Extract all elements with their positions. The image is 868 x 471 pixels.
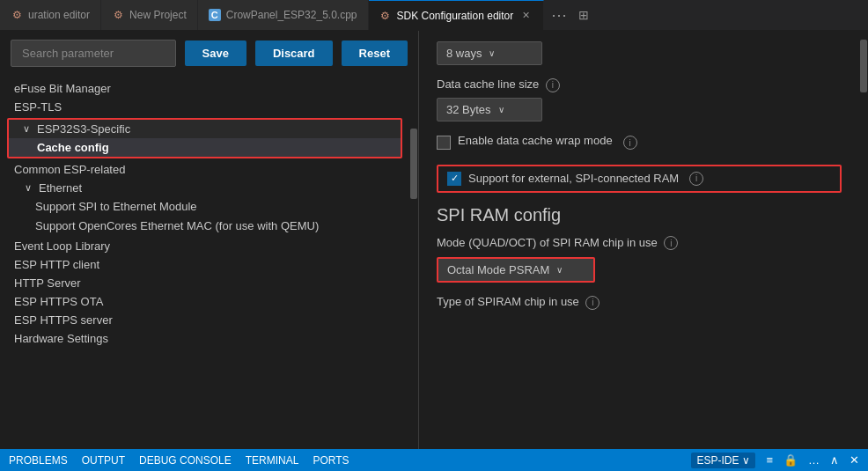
support-spi-ram-row: ✓ Support for external, SPI-connected RA… — [437, 165, 842, 193]
config-editor-prev-icon: ⚙ — [11, 9, 23, 21]
tab-bar: ⚙ uration editor ⚙ New Project C CrowPan… — [0, 0, 868, 31]
mode-label: Mode (QUAD/OCT) of SPI RAM chip in use i — [437, 236, 842, 251]
nav-item-hardware-settings-label: Hardware Settings — [14, 332, 399, 345]
nav-item-event-loop-label: Event Loop Library — [14, 239, 399, 253]
nav-item-common-esp-label: Common ESP-related — [14, 163, 399, 176]
tab-new-project-label: New Project — [129, 9, 187, 21]
nav-item-hardware-settings[interactable]: Hardware Settings — [0, 329, 409, 348]
nav-item-ethernet-label: Ethernet — [39, 181, 399, 195]
top-dropdown-value: 8 ways — [446, 47, 482, 60]
data-cache-line-size-info-icon[interactable]: i — [546, 78, 560, 92]
tab-overflow-button[interactable]: ⋯ — [544, 0, 575, 30]
right-content: 8 ways ∨ Data cache line size i 32 Bytes… — [419, 31, 859, 449]
status-icon-lock[interactable]: 🔒 — [783, 453, 798, 467]
nav-item-esp-https-server-label: ESP HTTPS server — [14, 313, 399, 327]
mode-dropdown[interactable]: Octal Mode PSRAM ∨ — [437, 257, 595, 283]
nav-item-http-server[interactable]: HTTP Server — [0, 274, 409, 292]
new-project-icon: ⚙ — [112, 9, 124, 21]
mode-dropdown-value: Octal Mode PSRAM — [447, 263, 549, 276]
nav-item-efuse-bit-manager[interactable]: eFuse Bit Manager — [0, 79, 409, 98]
nav-item-esp-https-ota-label: ESP HTTPS OTA — [14, 295, 399, 308]
sdk-config-editor-icon: ⚙ — [379, 10, 392, 22]
ethernet-chevron: ∨ — [25, 182, 35, 194]
save-button[interactable]: Save — [185, 40, 246, 66]
reset-button[interactable]: Reset — [342, 40, 408, 66]
tab-sdk-config-editor-label: SDK Configuration editor — [397, 10, 514, 22]
data-cache-line-size-value: 32 Bytes — [446, 103, 491, 116]
status-output[interactable]: OUTPUT — [82, 454, 125, 467]
tab-sdk-config-close-button[interactable]: ✕ — [519, 9, 533, 23]
tab-sdk-config-editor[interactable]: ⚙ SDK Configuration editor ✕ — [369, 0, 545, 30]
left-panel-scrollbar[interactable] — [409, 76, 418, 449]
enable-wrap-mode-row: Enable data cache wrap mode i — [437, 134, 842, 152]
tab-new-project[interactable]: ⚙ New Project — [101, 0, 198, 30]
support-spi-ram-checkbox[interactable]: ✓ — [447, 172, 461, 186]
nav-item-efuse-bit-manager-label: eFuse Bit Manager — [14, 82, 399, 95]
status-debug-console[interactable]: DEBUG CONSOLE — [139, 454, 232, 467]
data-cache-line-size-row: Data cache line size i 32 Bytes ∨ — [437, 77, 842, 121]
nav-item-cache-config-label: Cache config — [37, 141, 390, 154]
spiram-chip-info-icon[interactable]: i — [585, 296, 600, 310]
nav-list: eFuse Bit Manager ESP-TLS ∨ ESP32S3-Spec… — [0, 76, 409, 449]
main-area: Save Discard Reset eFuse Bit Manager ESP… — [0, 31, 868, 449]
status-right: ESP-IDE ∨ ≡ 🔒 … ∧ ✕ — [691, 453, 859, 468]
right-panel-scrollbar-thumb — [860, 40, 867, 92]
nav-item-cache-config[interactable]: Cache config — [9, 138, 401, 157]
esp32s3-specific-chevron: ∨ — [23, 123, 33, 135]
esp-ide-dropdown[interactable]: ESP-IDE ∨ — [691, 453, 755, 468]
data-cache-line-size-label: Data cache line size i — [437, 77, 842, 92]
nav-item-ethernet[interactable]: ∨ Ethernet — [0, 179, 409, 197]
discard-button[interactable]: Discard — [255, 40, 333, 66]
status-icon-up[interactable]: ∧ — [830, 453, 839, 467]
nav-item-esp-https-ota[interactable]: ESP HTTPS OTA — [0, 292, 409, 311]
right-panel-scrollbar[interactable] — [859, 31, 868, 449]
crowpanel-cpp-icon: C — [209, 9, 221, 21]
left-panel-scrollbar-thumb — [410, 129, 417, 199]
nav-item-http-server-label: HTTP Server — [14, 276, 399, 290]
mode-info-icon[interactable]: i — [664, 236, 678, 250]
mode-dropdown-chevron: ∨ — [556, 265, 563, 275]
nav-item-esp-tls-label: ESP-TLS — [14, 100, 399, 114]
status-ports[interactable]: PORTS — [313, 454, 349, 467]
tab-config-editor-prev-label: uration editor — [28, 9, 90, 21]
status-bar: PROBLEMS OUTPUT DEBUG CONSOLE TERMINAL P… — [0, 449, 868, 471]
tab-crowpanel-cpp[interactable]: C CrowPanel_ESP32_5.0.cpp — [198, 0, 369, 30]
status-terminal[interactable]: TERMINAL — [246, 454, 299, 467]
data-cache-line-size-chevron: ∨ — [498, 105, 504, 114]
nav-item-esp-http-client-label: ESP HTTP client — [14, 258, 399, 271]
data-cache-line-size-dropdown[interactable]: 32 Bytes ∨ — [437, 98, 542, 121]
status-icon-close[interactable]: ✕ — [850, 453, 859, 467]
right-panel: 8 ways ∨ Data cache line size i 32 Bytes… — [419, 31, 868, 449]
esp32s3-group: ∨ ESP32S3-Specific Cache config — [7, 118, 402, 158]
nav-item-common-esp[interactable]: Common ESP-related — [0, 160, 409, 179]
panel-layout-icon[interactable]: ⊞ — [578, 0, 589, 30]
esp-ide-dropdown-chevron: ∨ — [742, 454, 750, 467]
nav-item-esp32s3-specific[interactable]: ∨ ESP32S3-Specific — [9, 120, 401, 138]
nav-item-support-opencores[interactable]: Support OpenCores Ethernet MAC (for use … — [0, 216, 409, 237]
nav-item-esp-tls[interactable]: ESP-TLS — [0, 98, 409, 116]
search-bar: Save Discard Reset — [0, 31, 418, 76]
spiram-chip-label: Type of SPIRAM chip in use i — [437, 295, 842, 310]
status-icon-list[interactable]: ≡ — [766, 453, 773, 467]
tab-crowpanel-cpp-label: CrowPanel_ESP32_5.0.cpp — [226, 9, 357, 21]
tab-overflow-icon: ⋯ — [551, 5, 568, 25]
enable-wrap-mode-info-icon[interactable]: i — [623, 136, 637, 150]
tab-config-editor-prev[interactable]: ⚙ uration editor — [0, 0, 101, 30]
nav-item-event-loop[interactable]: Event Loop Library — [0, 237, 409, 255]
support-spi-ram-label: Support for external, SPI-connected RAM — [468, 172, 679, 185]
top-dropdown-chevron: ∨ — [489, 48, 495, 58]
status-problems[interactable]: PROBLEMS — [9, 454, 68, 467]
top-dropdown[interactable]: 8 ways ∨ — [437, 41, 542, 65]
nav-item-support-opencores-label: Support OpenCores Ethernet MAC (for use … — [35, 218, 399, 234]
top-dropdown-row: 8 ways ∨ — [437, 41, 842, 65]
support-spi-ram-info-icon[interactable]: i — [689, 172, 703, 186]
esp-ide-label: ESP-IDE — [696, 454, 739, 467]
status-icon-more[interactable]: … — [808, 453, 820, 467]
nav-item-esp-http-client[interactable]: ESP HTTP client — [0, 255, 409, 274]
search-input[interactable] — [11, 40, 176, 67]
nav-item-esp32s3-specific-label: ESP32S3-Specific — [37, 122, 390, 136]
nav-item-support-spi-ethernet[interactable]: Support SPI to Ethernet Module — [0, 197, 409, 216]
nav-item-esp-https-server[interactable]: ESP HTTPS server — [0, 311, 409, 329]
enable-wrap-mode-checkbox[interactable] — [437, 136, 451, 150]
spi-ram-config-heading: SPI RAM config — [437, 205, 842, 225]
